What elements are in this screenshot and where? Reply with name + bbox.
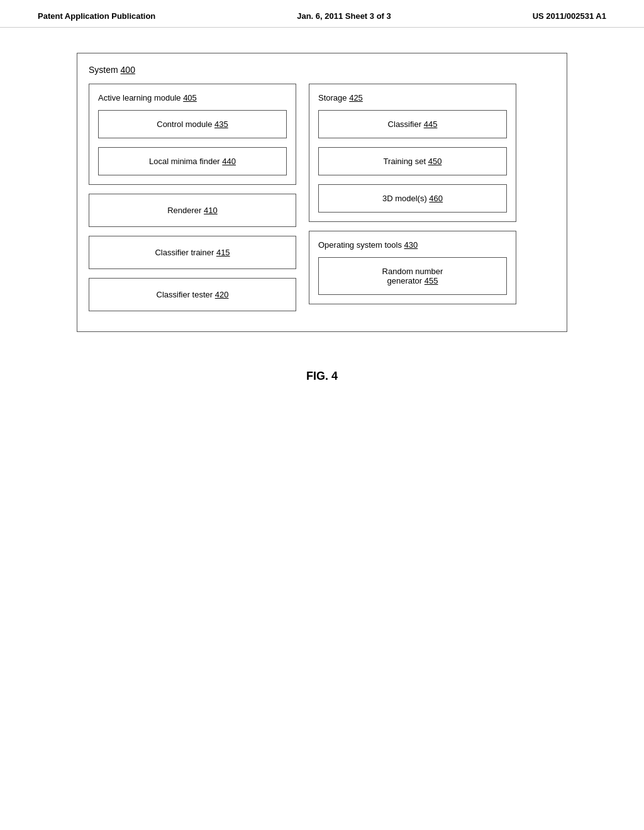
active-learning-num: 405	[183, 93, 197, 102]
os-tools-num: 430	[404, 240, 418, 250]
active-learning-label: Active learning module 405	[98, 93, 287, 102]
renderer-num: 410	[204, 206, 218, 215]
control-module-box: Control module 435	[98, 110, 287, 138]
storage-num: 425	[349, 93, 363, 102]
storage-label: Storage 425	[318, 93, 507, 102]
3d-models-num: 460	[429, 194, 443, 203]
classifier-tester-num: 420	[215, 290, 229, 299]
header-center: Jan. 6, 2011 Sheet 3 of 3	[297, 11, 391, 21]
os-tools-children: Random numbergenerator 455	[318, 257, 507, 295]
page-header: Patent Application Publication Jan. 6, 2…	[0, 0, 644, 28]
random-number-generator-box: Random numbergenerator 455	[318, 257, 507, 295]
training-set-box: Training set 450	[318, 147, 507, 175]
classifier-num: 445	[424, 119, 438, 129]
local-minima-finder-box: Local minima finder 440	[98, 147, 287, 175]
active-learning-children: Control module 435 Local minima finder 4…	[98, 110, 287, 175]
active-learning-module-box: Active learning module 405 Control modul…	[89, 84, 296, 185]
training-set-num: 450	[428, 157, 442, 166]
header-right: US 2011/002531 A1	[533, 11, 606, 21]
main-content: System 400 Active learning module 405 Co…	[0, 28, 644, 408]
figure-caption: FIG. 4	[306, 370, 338, 383]
classifier-tester-box: Classifier tester 420	[89, 278, 296, 311]
classifier-trainer-num: 415	[216, 248, 230, 257]
system-box: System 400 Active learning module 405 Co…	[77, 53, 567, 332]
classifier-box: Classifier 445	[318, 110, 507, 138]
renderer-box: Renderer 410	[89, 194, 296, 227]
system-label: System 400	[89, 65, 555, 75]
os-tools-label: Operating system tools 430	[318, 240, 507, 250]
os-tools-box: Operating system tools 430 Random number…	[309, 231, 516, 304]
left-column: Active learning module 405 Control modul…	[89, 84, 296, 320]
header-left: Patent Application Publication	[38, 11, 155, 21]
local-minima-num: 440	[222, 157, 236, 166]
rng-num: 455	[425, 276, 438, 285]
system-num: 400	[121, 65, 135, 75]
storage-children: Classifier 445 Training set 450 3D model…	[318, 110, 507, 213]
right-column: Storage 425 Classifier 445 Training set …	[309, 84, 516, 320]
control-module-num: 435	[214, 119, 228, 129]
storage-box: Storage 425 Classifier 445 Training set …	[309, 84, 516, 222]
classifier-trainer-box: Classifier trainer 415	[89, 236, 296, 269]
3d-models-box: 3D model(s) 460	[318, 184, 507, 213]
columns: Active learning module 405 Control modul…	[89, 84, 555, 320]
